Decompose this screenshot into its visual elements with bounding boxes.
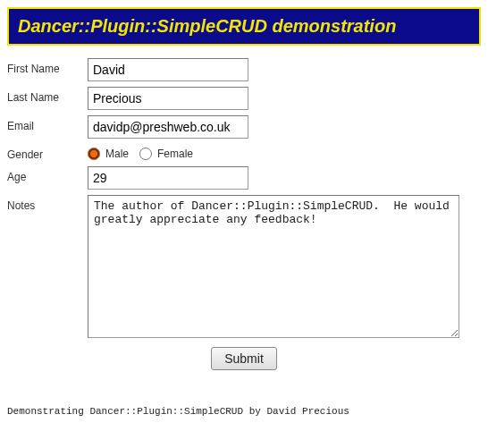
row-gender: Gender Male Female [7,144,481,161]
label-age: Age [7,166,88,183]
footer-text: Demonstrating Dancer::Plugin::SimpleCRUD… [7,406,481,417]
notes-textarea[interactable]: The author of Dancer::Plugin::SimpleCRUD… [88,195,459,338]
label-gender: Gender [7,144,88,161]
gender-male-radio[interactable] [88,148,100,160]
title-bar: Dancer::Plugin::SimpleCRUD demonstration [7,7,481,46]
page-title: Dancer::Plugin::SimpleCRUD demonstration [18,16,470,37]
row-first-name: First Name [7,58,481,81]
age-input[interactable] [88,166,248,190]
row-notes: Notes The author of Dancer::Plugin::Simp… [7,195,481,338]
gender-female-label: Female [157,148,193,160]
row-last-name: Last Name [7,87,481,110]
row-email: Email [7,115,481,139]
label-email: Email [7,115,88,132]
gender-male-label: Male [105,148,129,160]
row-age: Age [7,166,481,190]
submit-row: Submit [7,347,481,370]
form: First Name Last Name Email Gender Male F… [7,58,481,370]
label-notes: Notes [7,195,88,212]
submit-button[interactable]: Submit [211,347,277,370]
gender-radio-group: Male Female [88,144,200,160]
last-name-input[interactable] [88,87,248,110]
label-first-name: First Name [7,58,88,75]
label-last-name: Last Name [7,87,88,104]
gender-female-radio[interactable] [139,148,152,160]
email-input[interactable] [88,115,248,139]
first-name-input[interactable] [88,58,248,81]
